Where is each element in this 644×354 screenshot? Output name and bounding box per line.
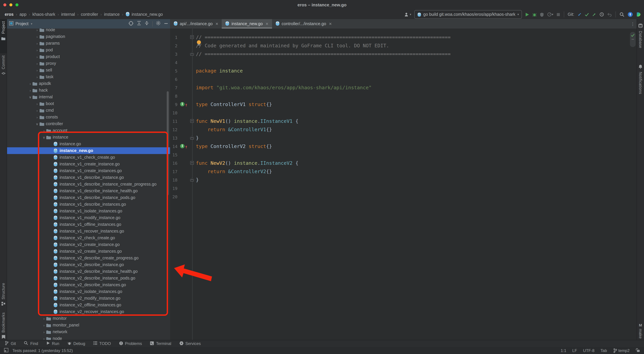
chevron-right-icon[interactable]: › xyxy=(35,68,40,72)
tree-item-instance_v1_isolate_instances.go[interactable]: instance_v1_isolate_instances.go xyxy=(7,208,170,214)
tree-item-instance_v2_create_instances.go[interactable]: instance_v2_create_instances.go xyxy=(7,248,170,255)
breadcrumb-item-internal[interactable]: internal xyxy=(61,12,75,17)
chevron-right-icon[interactable]: › xyxy=(35,75,40,79)
tool-window-button-problems[interactable]: Problems xyxy=(119,341,142,346)
unlocked-icon[interactable] xyxy=(636,348,640,353)
rollback-button[interactable] xyxy=(607,12,612,17)
gear-icon[interactable] xyxy=(156,21,161,27)
implemented-interface-icon[interactable]: I xyxy=(180,144,184,148)
tree-item-cmd[interactable]: ›cmd xyxy=(7,107,170,114)
tree-item-controller[interactable]: ∨controller xyxy=(7,121,170,127)
line-ending[interactable]: LF xyxy=(572,348,577,353)
tree-item-instance_v1_create_instance.go[interactable]: instance_v1_create_instance.go xyxy=(7,161,170,167)
code-line-17[interactable]: 17 return &ControllerV2{} xyxy=(170,167,632,176)
fold-end-marker-icon[interactable]: − xyxy=(190,136,194,140)
tree-item-internal[interactable]: ∨internal xyxy=(7,94,170,100)
tool-window-button-git[interactable]: Git xyxy=(5,341,16,346)
layout-icon[interactable] xyxy=(4,348,8,353)
code-line-1[interactable]: 1−// ===================================… xyxy=(170,33,632,42)
profiler-button[interactable]: ▾ xyxy=(547,12,553,17)
tree-item-boot[interactable]: ›boot xyxy=(7,100,170,107)
close-tab-icon[interactable]: ✕ xyxy=(215,22,218,26)
chevron-right-icon[interactable]: › xyxy=(42,129,46,132)
breadcrumb-item-khaos-shark[interactable]: khaos-shark xyxy=(32,12,55,17)
tool-window-button-terminal[interactable]: Terminal xyxy=(150,341,171,346)
tree-item-instance_v2_check_create.go[interactable]: instance_v2_check_create.go xyxy=(7,235,170,241)
project-scrollbar[interactable] xyxy=(167,91,169,195)
chevron-right-icon[interactable]: › xyxy=(35,102,40,106)
tree-item-instance_v1_describe_instance_pods.go[interactable]: instance_v1_describe_instance_pods.go xyxy=(7,194,170,201)
plugin-sphere-icon[interactable] xyxy=(636,12,641,17)
search-everywhere-icon[interactable] xyxy=(620,12,624,17)
tool-window-button-services[interactable]: Services xyxy=(179,341,201,346)
tree-item-instance_v1_describe_instance_health.go[interactable]: instance_v1_describe_instance_health.go xyxy=(7,188,170,194)
tree-item-product[interactable]: ›product xyxy=(7,53,170,60)
tree-item-pod[interactable]: ›pod xyxy=(7,47,170,53)
tree-item-account[interactable]: ›account xyxy=(7,127,170,134)
code-line-3[interactable]: 3−// ===================================… xyxy=(170,50,632,58)
editor-tab-api/.../instance.go[interactable]: api/.../instance.go✕ xyxy=(170,19,222,29)
code-line-7[interactable]: 7import "git.woa.com/khaos/eros/app/khao… xyxy=(170,84,632,92)
git-update-button[interactable] xyxy=(577,12,582,17)
tree-item-proxy[interactable]: ›proxy xyxy=(7,60,170,67)
breadcrumb-item-controller[interactable]: controller xyxy=(81,12,98,17)
ide-update-icon[interactable] xyxy=(628,12,633,17)
chevron-down-icon[interactable]: ∨ xyxy=(35,122,40,126)
run-with-coverage-button[interactable] xyxy=(540,12,544,17)
breadcrumb-file[interactable]: instance_new.go xyxy=(126,12,163,17)
git-push-button[interactable] xyxy=(592,12,596,17)
fold-marker-icon[interactable]: − xyxy=(190,119,194,123)
breadcrumb-item-eros[interactable]: eros xyxy=(5,12,14,17)
collapse-all-icon[interactable] xyxy=(144,21,149,27)
chevron-down-icon[interactable]: ∨ xyxy=(42,135,46,139)
tab-options-kebab-icon[interactable]: ⋮ xyxy=(630,22,635,27)
tree-item-monitor[interactable]: ›monitor xyxy=(7,315,170,322)
tree-item-sell[interactable]: ›sell xyxy=(7,67,170,74)
indent-style[interactable]: Tab xyxy=(600,348,607,353)
tree-item-instance_v1_describe_instance_create_progress.go[interactable]: instance_v1_describe_instance_create_pro… xyxy=(7,181,170,188)
tool-window-button-debug[interactable]: Debug xyxy=(67,341,85,346)
code-line-19[interactable]: 19 xyxy=(170,184,632,193)
code-with-me-user-icon[interactable]: ▾ xyxy=(405,12,411,17)
tree-item-instance_v2_offline_instances.go[interactable]: instance_v2_offline_instances.go xyxy=(7,302,170,308)
code-line-2[interactable]: 2// Code generated and maintained by GoF… xyxy=(170,42,632,50)
caret-position[interactable]: 1:1 xyxy=(561,348,566,353)
tree-item-instance_v1_recover_instances.go[interactable]: instance_v1_recover_instances.go xyxy=(7,228,170,235)
chevron-right-icon[interactable]: › xyxy=(35,62,40,65)
tree-item-instance_new.go[interactable]: instance_new.go xyxy=(7,147,170,154)
file-encoding[interactable]: UTF-8 xyxy=(583,348,594,353)
tool-stripe-structure[interactable]: Structure xyxy=(0,281,7,314)
chevron-right-icon[interactable]: › xyxy=(42,337,46,340)
chevron-right-icon[interactable]: › xyxy=(35,42,40,45)
run-button[interactable] xyxy=(525,12,529,17)
editor-tab-controller/.../instance.go[interactable]: controller/.../instance.go✕ xyxy=(272,19,335,29)
tree-item-node[interactable]: ›node xyxy=(7,335,170,340)
chevron-right-icon[interactable]: › xyxy=(35,35,40,39)
code-line-14[interactable]: 14I↑type ControllerV2 struct{} xyxy=(170,142,632,151)
tree-item-instance_v1_check_create.go[interactable]: instance_v1_check_create.go xyxy=(7,154,170,161)
fold-marker-icon[interactable]: − xyxy=(190,161,194,165)
tree-item-instance_v1_describe_instances.go[interactable]: instance_v1_describe_instances.go xyxy=(7,201,170,208)
code-line-6[interactable]: 6 xyxy=(170,75,632,84)
tree-item-instance_v2_recover_instances.go[interactable]: instance_v2_recover_instances.go xyxy=(7,308,170,315)
tool-stripe-project[interactable]: Project xyxy=(0,19,7,53)
breadcrumb-item-instance[interactable]: instance xyxy=(104,12,120,17)
tree-item-instance_v2_describe_instance.go[interactable]: instance_v2_describe_instance.go xyxy=(7,261,170,268)
git-commit-button[interactable] xyxy=(585,12,589,17)
git-branch-widget[interactable]: temp2 xyxy=(613,348,630,353)
chevron-down-icon[interactable]: ∨ xyxy=(28,95,32,99)
tree-item-instance_v2_describe_instance_health.go[interactable]: instance_v2_describe_instance_health.go xyxy=(7,268,170,275)
fold-end-marker-icon[interactable]: − xyxy=(190,178,194,182)
chevron-down-icon[interactable]: ▾ xyxy=(31,22,32,26)
code-line-16[interactable]: 16−func NewV2() instance.IInstanceV2 { xyxy=(170,159,632,167)
status-message[interactable]: Tests passed: 1 (yesterday 15:52) xyxy=(12,348,73,353)
breadcrumb-item-app[interactable]: app xyxy=(20,12,26,17)
tree-item-instance_v2_describe_create_progress.go[interactable]: instance_v2_describe_create_progress.go xyxy=(7,255,170,261)
tree-item-instance[interactable]: ∨instance xyxy=(7,134,170,141)
tree-item-network[interactable]: ›network xyxy=(7,328,170,335)
tree-item-monitor_panel[interactable]: ›monitor_panel xyxy=(7,322,170,328)
chevron-right-icon[interactable]: › xyxy=(35,29,40,32)
run-configuration-select[interactable]: go build git.woa.com/khaos/eros/app/khao… xyxy=(414,10,522,19)
code-line-18[interactable]: 18−} xyxy=(170,176,632,184)
code-line-12[interactable]: 12 return &ControllerV1{} xyxy=(170,126,632,134)
